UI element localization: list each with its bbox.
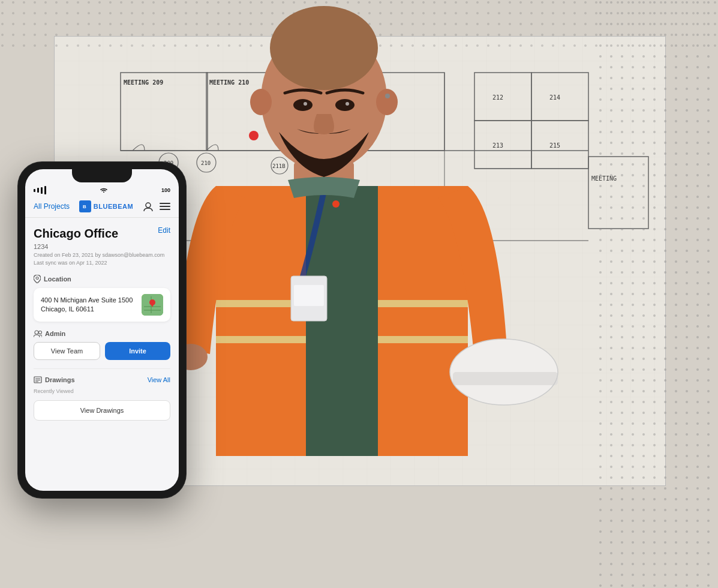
svg-point-77 [35,331,38,334]
svg-point-59 [304,102,307,106]
phone-mockup: 100 All Projects B BLUEBEAM [18,162,186,498]
svg-point-78 [39,331,42,334]
menu-icon[interactable] [160,202,170,211]
logo-icon: B [79,200,91,212]
recently-viewed-label: Recently Viewed [34,388,170,394]
view-all-link[interactable]: View All [148,376,170,383]
map-svg [142,294,163,316]
view-drawings-button[interactable]: View Drawings [34,400,170,421]
signal-bars [34,186,46,194]
worker-illustration [168,0,636,588]
edit-button[interactable]: Edit [158,226,170,235]
nav-icons [143,201,170,212]
svg-point-55 [376,89,398,115]
admin-buttons: View Team Invite [34,342,170,360]
svg-point-54 [250,89,272,115]
bluebeam-logo: B BLUEBEAM [79,200,133,212]
svg-point-66 [146,203,151,208]
svg-rect-46 [378,336,468,343]
svg-text:B: B [83,204,86,209]
svg-rect-45 [216,336,306,343]
project-created: Created on Feb 23, 2021 by sdawson@blueb… [34,251,170,266]
phone-notch [72,169,132,182]
svg-text:MEETING 209: MEETING 209 [124,79,163,86]
profile-icon[interactable] [143,201,154,212]
signal-bar-1 [34,189,35,192]
svg-rect-73 [144,310,161,311]
project-header: Chicago Office Edit [34,226,170,241]
location-address: 400 N Michigan Ave Suite 1500 Chicago, I… [41,296,133,314]
drawings-label: Drawings [34,376,75,383]
phone-nav: All Projects B BLUEBEAM [25,198,179,218]
svg-point-53 [270,6,378,90]
map-thumbnail[interactable] [142,294,163,316]
project-id: 1234 [34,243,170,250]
logo-text: BLUEBEAM [94,203,133,210]
svg-rect-62 [294,285,324,306]
battery-text: 100 [161,187,170,193]
signal-bar-2 [37,188,39,193]
svg-point-60 [346,102,349,106]
svg-point-57 [293,99,313,111]
bb-logo-svg: B [81,202,89,211]
location-card: 400 N Michigan Ave Suite 1500 Chicago, I… [34,288,170,322]
worker-photo [168,0,636,588]
phone-screen: 100 All Projects B BLUEBEAM [25,169,179,491]
svg-point-70 [36,277,38,280]
phone-frame: 100 All Projects B BLUEBEAM [18,162,186,498]
invite-button[interactable]: Invite [105,342,170,360]
svg-point-63 [332,200,340,208]
all-projects-link[interactable]: All Projects [34,202,70,211]
drawings-section: Drawings View All Recently Viewed View D… [34,368,170,421]
admin-section-label: Admin [34,330,170,337]
drawings-icon [34,376,42,383]
wifi-icon [100,187,108,193]
signal-bar-3 [41,187,43,194]
svg-rect-44 [378,300,468,307]
admin-section: Admin View Team Invite [34,330,170,360]
svg-rect-50 [453,372,558,385]
admin-icon [34,330,42,337]
location-section-label: Location [34,275,170,283]
drawings-header: Drawings View All [34,376,170,383]
project-title: Chicago Office [34,226,118,241]
svg-point-56 [385,94,390,98]
phone-content: Chicago Office Edit 1234 Created on Feb … [25,218,179,429]
location-icon [34,275,41,283]
view-team-button[interactable]: View Team [34,342,100,360]
svg-point-58 [335,99,355,111]
signal-bar-4 [44,186,46,194]
